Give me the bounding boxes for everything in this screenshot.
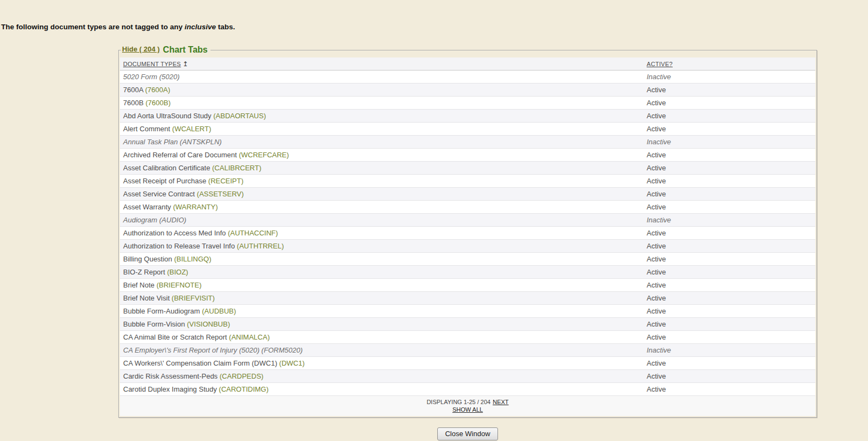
document-type-code: (FORM5020): [259, 346, 302, 354]
document-type-cell: Billing Question (BILLINGQ): [120, 253, 643, 266]
document-type-code: (CALIBRCERT): [210, 164, 261, 172]
document-type-cell: Bubble Form-Vision (VISIONBUB): [120, 318, 643, 331]
status-cell: Active: [643, 331, 815, 344]
status-cell: Active: [643, 266, 815, 279]
status-cell: Inactive: [643, 344, 815, 357]
document-type-code: (AUTHACCINF): [226, 229, 278, 237]
intro-suffix: tabs.: [216, 23, 235, 31]
table-row: Brief Note (BRIEFNOTE) Active: [120, 279, 815, 292]
table-row: 5020 Form (5020) Inactive: [120, 71, 815, 84]
table-row: Bubble Form-Audiogram (AUDBUB) Active: [120, 305, 815, 318]
document-type-name: Asset Calibration Certificate: [123, 164, 210, 172]
chart-tabs-panel: Hide ( 204 )Chart Tabs DOCUMENT TYPES↥ A…: [118, 45, 817, 418]
status-cell: Active: [643, 97, 815, 110]
document-type-code: (7600B): [144, 99, 171, 107]
status-cell: Active: [643, 201, 815, 214]
document-type-cell: Audiogram (AUDIO): [120, 214, 643, 227]
document-type-cell: Abd Aorta UltraSound Study (ABDAORTAUS): [120, 110, 643, 123]
active-sort-link[interactable]: ACTIVE?: [647, 61, 673, 67]
table-row: Asset Receipt of Purchase (RECEIPT) Acti…: [120, 175, 815, 188]
document-type-code: (WCALERT): [170, 125, 212, 133]
document-type-cell: Brief Note (BRIEFNOTE): [120, 279, 643, 292]
document-types-table: DOCUMENT TYPES↥ ACTIVE? 5020 Form (5020)…: [120, 57, 815, 416]
document-type-cell: Carotid Duplex Imaging Study (CAROTIDIMG…: [120, 383, 643, 396]
next-link[interactable]: NEXT: [493, 399, 508, 405]
document-type-code: (VISIONBUB): [185, 320, 230, 328]
document-type-name: Billing Question: [123, 255, 172, 263]
document-type-name: 5020 Form: [123, 73, 157, 81]
document-type-name: Asset Receipt of Purchase: [123, 177, 206, 185]
table-row: Cardic Risk Assessment-Peds (CARDPEDS) A…: [120, 370, 815, 383]
document-type-code: (WCREFCARE): [237, 151, 289, 159]
document-type-name: Annual Task Plan: [123, 138, 178, 146]
document-type-code: (ASSETSERV): [195, 190, 244, 198]
table-row: 7600A (7600A) Active: [120, 84, 815, 97]
document-type-cell: CA Animal Bite or Scratch Report (ANIMAL…: [120, 331, 643, 344]
intro-text: The following document types are not tag…: [1, 23, 868, 31]
displaying-text: DISPLAYING 1-25 / 204: [426, 399, 490, 405]
table-row: Authorization to Access Med Info (AUTHAC…: [120, 227, 815, 240]
status-cell: Inactive: [643, 136, 815, 149]
document-type-cell: 7600B (7600B): [120, 97, 643, 110]
document-type-name: 7600B: [123, 99, 144, 107]
document-type-cell: BIO-Z Report (BIOZ): [120, 266, 643, 279]
document-type-name: CA Workers\' Compensation Claim Form (DW…: [123, 359, 277, 367]
document-type-name: Brief Note: [123, 281, 155, 289]
table-row: Audiogram (AUDIO) Inactive: [120, 214, 815, 227]
column-header-document-types: DOCUMENT TYPES↥: [120, 57, 643, 71]
hide-link[interactable]: Hide ( 204 ): [122, 45, 159, 53]
status-cell: Inactive: [643, 214, 815, 227]
status-cell: Active: [643, 279, 815, 292]
document-type-cell: Asset Calibration Certificate (CALIBRCER…: [120, 162, 643, 175]
status-cell: Active: [643, 188, 815, 201]
document-type-code: (CAROTIDIMG): [217, 385, 269, 393]
document-type-name: Bubble Form-Vision: [123, 320, 185, 328]
panel-legend: Hide ( 204 )Chart Tabs: [121, 45, 210, 55]
table-row: Annual Task Plan (ANTSKPLN) Inactive: [120, 136, 815, 149]
document-type-name: Abd Aorta UltraSound Study: [123, 112, 212, 120]
pagination-row: DISPLAYING 1-25 / 204NEXT SHOW ALL: [120, 396, 815, 417]
status-cell: Inactive: [643, 71, 815, 84]
document-type-name: Asset Service Contract: [123, 190, 195, 198]
status-cell: Active: [643, 162, 815, 175]
table-row: CA Workers\' Compensation Claim Form (DW…: [120, 357, 815, 370]
status-cell: Active: [643, 370, 815, 383]
table-row: Archived Referral of Care Document (WCRE…: [120, 149, 815, 162]
status-cell: Active: [643, 149, 815, 162]
status-cell: Active: [643, 175, 815, 188]
document-type-cell: Archived Referral of Care Document (WCRE…: [120, 149, 643, 162]
document-type-cell: CA Workers\' Compensation Claim Form (DW…: [120, 357, 643, 370]
document-type-code: (BIOZ): [165, 268, 188, 276]
close-window-button[interactable]: Close Window: [437, 427, 497, 440]
document-type-cell: Authorization to Access Med Info (AUTHAC…: [120, 227, 643, 240]
button-bar: Close Window: [118, 427, 817, 440]
document-type-code: (WARRANTY): [171, 203, 218, 211]
document-type-name: Audiogram: [123, 216, 157, 224]
document-type-name: BIO-Z Report: [123, 268, 165, 276]
status-cell: Active: [643, 123, 815, 136]
document-type-cell: 5020 Form (5020): [120, 71, 643, 84]
table-row: CA Animal Bite or Scratch Report (ANIMAL…: [120, 331, 815, 344]
table-row: 7600B (7600B) Active: [120, 97, 815, 110]
document-type-cell: Asset Warranty (WARRANTY): [120, 201, 643, 214]
document-type-name: Brief Note Visit: [123, 294, 170, 302]
status-cell: Active: [643, 318, 815, 331]
document-type-name: Bubble Form-Audiogram: [123, 307, 200, 315]
column-header-active: ACTIVE?: [643, 57, 815, 71]
document-type-code: (AUDBUB): [200, 307, 236, 315]
document-type-cell: Alert Comment (WCALERT): [120, 123, 643, 136]
document-type-cell: Asset Service Contract (ASSETSERV): [120, 188, 643, 201]
document-type-code: (RECEIPT): [206, 177, 244, 185]
status-cell: Active: [643, 110, 815, 123]
table-row: Billing Question (BILLINGQ) Active: [120, 253, 815, 266]
document-types-sort-link[interactable]: DOCUMENT TYPES: [123, 61, 181, 67]
table-row: Asset Warranty (WARRANTY) Active: [120, 201, 815, 214]
status-cell: Active: [643, 84, 815, 97]
document-type-name: Archived Referral of Care Document: [123, 151, 237, 159]
document-type-cell: Asset Receipt of Purchase (RECEIPT): [120, 175, 643, 188]
status-cell: Active: [643, 292, 815, 305]
show-all-link[interactable]: SHOW ALL: [452, 406, 483, 413]
document-type-name: Authorization to Access Med Info: [123, 229, 226, 237]
table-row: BIO-Z Report (BIOZ) Active: [120, 266, 815, 279]
table-row: Asset Calibration Certificate (CALIBRCER…: [120, 162, 815, 175]
